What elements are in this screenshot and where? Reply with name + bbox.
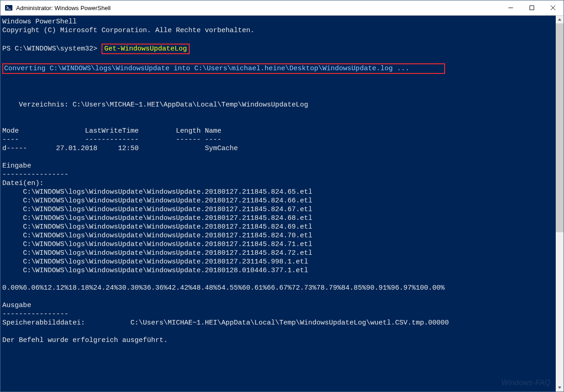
input-heading: Eingabe: [2, 162, 31, 170]
file-line: C:\WINDOWS\logs\WindowsUpdate\WindowsUpd…: [2, 232, 312, 240]
file-line: C:\WINDOWS\logs\WindowsUpdate\WindowsUpd…: [2, 214, 312, 222]
output-sep: ----------------: [2, 310, 68, 318]
converting-highlight: Converting C:\WINDOWS\logs\WindowsUpdate…: [2, 63, 445, 74]
scroll-thumb[interactable]: [556, 23, 564, 232]
close-button[interactable]: [542, 0, 564, 15]
dumpfile-line: Speicherabbilddatei: C:\Users\MICHAE~1.H…: [2, 319, 449, 327]
file-line: C:\WINDOWS\logs\WindowsUpdate\WindowsUpd…: [2, 249, 312, 257]
terminal-output[interactable]: Windows PowerShell Copyright (C) Microso…: [0, 16, 556, 392]
ps-banner-2: Copyright (C) Microsoft Corporation. All…: [2, 27, 254, 34]
svg-rect-3: [530, 6, 534, 10]
output-heading: Ausgabe: [2, 302, 31, 309]
success-line: Der Befehl wurde erfolgreich ausgeführt.: [2, 336, 168, 344]
maximize-button[interactable]: [521, 0, 542, 15]
file-line: C:\WINDOWS\logs\WindowsUpdate\WindowsUpd…: [2, 241, 312, 248]
file-line: C:\WINDOWS\logs\WindowsUpdate\WindowsUpd…: [2, 223, 312, 231]
powershell-icon: [5, 4, 12, 11]
terminal-area: Windows PowerShell Copyright (C) Microso…: [0, 16, 564, 392]
scroll-track[interactable]: [556, 23, 564, 384]
table-header: Mode LastWriteTime Length Name: [2, 127, 221, 135]
table-separator: ---- ------------- ------ ----: [2, 136, 221, 144]
file-line: C:\WINDOWS\logs\WindowsUpdate\WindowsUpd…: [2, 258, 308, 266]
file-line: C:\WINDOWS\logs\WindowsUpdate\WindowsUpd…: [2, 267, 308, 274]
scroll-up-button[interactable]: [556, 16, 564, 23]
title-bar[interactable]: Administrator: Windows PowerShell: [0, 0, 564, 16]
file-line: C:\WINDOWS\logs\WindowsUpdate\WindowsUpd…: [2, 188, 312, 196]
ps-banner-1: Windows PowerShell: [2, 18, 77, 26]
file-line: C:\WINDOWS\logs\WindowsUpdate\WindowsUpd…: [2, 206, 312, 213]
window-title: Administrator: Windows PowerShell: [16, 5, 500, 11]
files-heading: Datei(en):: [2, 179, 44, 187]
command-highlight: Get-WindowsUpdateLog: [102, 44, 190, 54]
minimize-button[interactable]: [500, 0, 521, 15]
scroll-down-button[interactable]: [556, 384, 564, 392]
prompt: PS C:\WINDOWS\system32>: [2, 45, 102, 53]
progress-line: 0.00%6.06%12.12%18.18%24.24%30.30%36.36%…: [2, 284, 445, 292]
window-controls: [500, 0, 564, 15]
input-sep: ----------------: [2, 171, 68, 179]
directory-line: Verzeichnis: C:\Users\MICHAE~1.HEI\AppDa…: [2, 101, 308, 109]
file-line: C:\WINDOWS\logs\WindowsUpdate\WindowsUpd…: [2, 197, 312, 205]
table-row: d----- 27.01.2018 12:50 SymCache: [2, 145, 238, 152]
watermark: Windows-FAQ: [502, 379, 551, 387]
vertical-scrollbar[interactable]: [556, 16, 564, 392]
powershell-window: Administrator: Windows PowerShell Window…: [0, 0, 564, 392]
